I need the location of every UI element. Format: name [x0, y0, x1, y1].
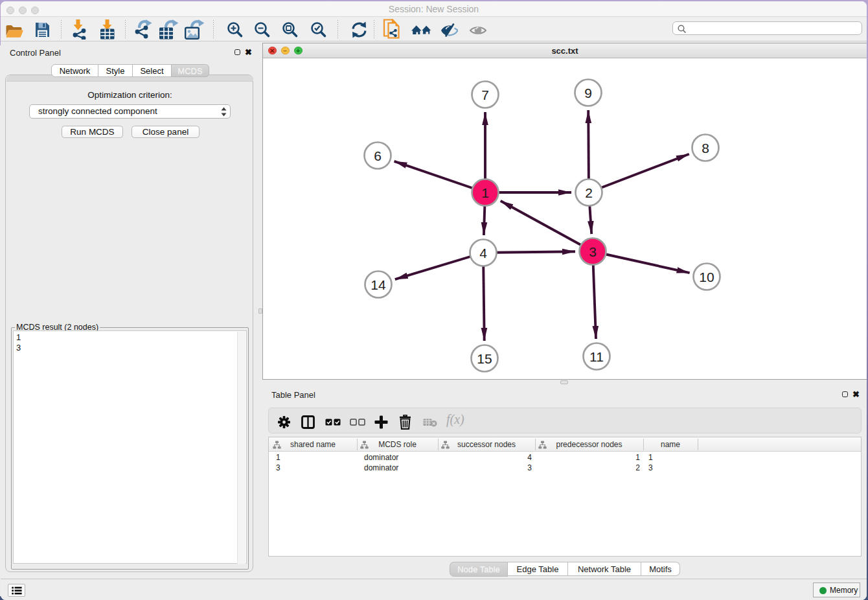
svg-text:10: 10 — [699, 270, 714, 284]
svg-text:15: 15 — [477, 351, 492, 366]
svg-text:11: 11 — [589, 349, 604, 364]
svg-text:8: 8 — [702, 141, 709, 156]
svg-text:6: 6 — [374, 148, 382, 163]
svg-text:4: 4 — [479, 246, 487, 260]
svg-text:1: 1 — [481, 185, 489, 200]
svg-text:7: 7 — [481, 87, 489, 102]
svg-text:9: 9 — [584, 86, 592, 100]
svg-text:2: 2 — [585, 185, 593, 200]
svg-text:3: 3 — [589, 244, 597, 259]
svg-text:14: 14 — [371, 277, 386, 292]
